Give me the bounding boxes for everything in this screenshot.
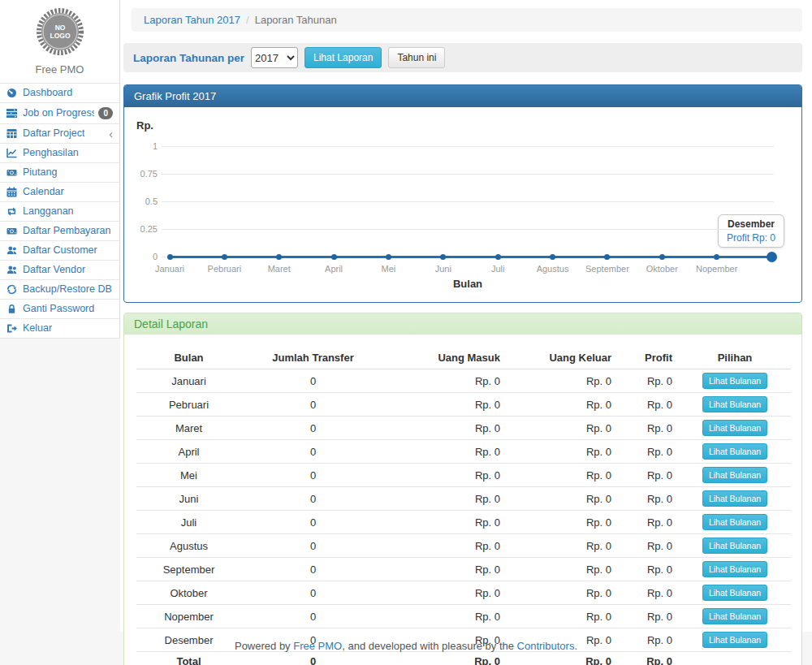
lihat-bulanan-button[interactable]: Lihat Bulanan [702,514,767,530]
year-select[interactable]: 2017 [251,47,298,68]
sidebar-item-label: Daftar Pembayaran [23,226,110,236]
lihat-bulanan-button[interactable]: Lihat Bulanan [702,490,767,507]
footer: Powered by Free PMO, and developed with … [0,640,812,652]
cell-jumlah-transfer: 0 [241,534,385,558]
gridline [162,229,774,230]
cell-uang-masuk: Rp. 0 [385,581,507,605]
cell-bulan: Maret [136,417,241,440]
lihat-bulanan-button[interactable]: Lihat Bulanan [702,538,767,554]
x-tick-label: Juni [412,264,474,274]
cell-bulan: Nopember [136,605,241,628]
data-point-mei[interactable] [386,254,391,260]
breadcrumb-current: Laporan Tahunan [255,14,337,26]
sidebar-item-label: Dashboard [23,88,72,98]
cell-bulan: Juni [136,487,241,511]
cell-uang-keluar: Rp. 0 [507,393,618,417]
refresh-icon [6,284,19,295]
sidebar-item-label: Backup/Restore DB [23,284,112,295]
total-row: Total0Rp. 0Rp. 0Rp. 0 [136,652,791,665]
data-point-januari[interactable] [167,254,173,260]
cell-jumlah-transfer: 0 [241,581,385,605]
contributors-link[interactable]: Contributors [517,640,575,652]
tahun-ini-button[interactable]: Tahun ini [388,47,445,68]
sidebar-item-daftar-vendor[interactable]: Daftar Vendor [0,261,119,280]
lihat-bulanan-button[interactable]: Lihat Bulanan [702,396,767,412]
column-header-uang-keluar: Uang Keluar [507,347,618,369]
sidebar-item-keluar[interactable]: Keluar [0,319,119,339]
sidebar-item-dashboard[interactable]: Dashboard [0,84,119,103]
sidebar-item-ganti-password[interactable]: Ganti Password [0,300,119,319]
cell-uang-masuk: Rp. 0 [385,369,507,393]
data-point-agustus[interactable] [550,254,555,260]
cell-uang-keluar: Rp. 0 [507,511,618,534]
sidebar: NO LOGO Free PMO DashboardJob on Progres… [0,0,120,339]
table-row: Oktober0Rp. 0Rp. 0Rp. 0Lihat Bulanan [136,581,791,605]
cell-pilihan: Lihat Bulanan [679,369,791,393]
sidebar-item-label: Daftar Customer [23,245,97,256]
cell-profit: Rp. 0 [618,393,679,417]
cell-pilihan: Lihat Bulanan [679,511,791,534]
cell-uang-masuk: Rp. 0 [385,417,507,440]
table-row: April0Rp. 0Rp. 0Rp. 0Lihat Bulanan [136,440,791,464]
sidebar-item-piutang[interactable]: Piutang [0,163,119,183]
lihat-laporan-button[interactable]: Lihat Laporan [304,47,382,68]
cell-uang-masuk: Rp. 0 [385,605,507,628]
sidebar-item-job-on-progress[interactable]: Job on Progress0 [0,103,119,124]
lihat-bulanan-button[interactable]: Lihat Bulanan [702,443,767,460]
breadcrumb-link[interactable]: Laporan Tahun 2017 [144,14,240,26]
data-point-pebruari[interactable] [222,254,227,260]
sidebar-item-backup-restore-db[interactable]: Backup/Restore DB [0,280,119,300]
data-point-april[interactable] [331,254,337,260]
data-point-nopember[interactable] [714,254,719,260]
report-filter-bar: Laporan Tahunan per 2017 Lihat Laporan T… [123,43,802,72]
cell-profit: Rp. 0 [618,581,679,605]
lock-icon [6,304,19,314]
lihat-bulanan-button[interactable]: Lihat Bulanan [702,561,767,577]
table-row: Mei0Rp. 0Rp. 0Rp. 0Lihat Bulanan [136,464,791,487]
cell-jumlah-transfer: 0 [241,511,385,534]
lihat-bulanan-button[interactable]: Lihat Bulanan [702,608,767,624]
lihat-bulanan-button[interactable]: Lihat Bulanan [702,467,767,483]
cell-profit: Rp. 0 [618,605,679,628]
y-tick-label: 0 [136,252,158,261]
y-axis-unit: Rp. [136,119,153,132]
free-pmo-link[interactable]: Free PMO [293,640,342,652]
cell-pilihan: Lihat Bulanan [679,417,791,440]
lihat-bulanan-button[interactable]: Lihat Bulanan [702,585,767,601]
sidebar-item-label: Piutang [23,167,57,178]
sidebar-item-langganan[interactable]: Langganan [0,202,119,222]
report-table: BulanJumlah TransferUang MasukUang Kelua… [136,347,791,665]
cell-bulan: Mei [136,464,241,487]
y-tick-label: 0.25 [136,224,158,234]
data-point-september[interactable] [604,254,610,260]
data-point-juli[interactable] [495,254,501,260]
sidebar-item-daftar-project[interactable]: Daftar Project‹ [0,124,119,144]
table-row: September0Rp. 0Rp. 0Rp. 0Lihat Bulanan [136,558,791,581]
sidebar-item-penghasilan[interactable]: Penghasilan [0,144,119,163]
sidebar-item-label: Calendar [23,187,64,197]
x-tick-label: September [577,264,638,274]
lihat-bulanan-button[interactable]: Lihat Bulanan [702,373,767,389]
sidebar-item-daftar-customer[interactable]: Daftar Customer [0,241,119,261]
cell-uang-keluar: Rp. 0 [507,417,618,440]
profit-chart: Rp. Desember Profit Rp: 0 Bulan 00.250.5… [136,119,789,290]
money-icon [6,226,19,236]
cell-pilihan: Lihat Bulanan [679,440,791,464]
sidebar-item-daftar-pembayaran[interactable]: Daftar Pembayaran [0,222,119,241]
lihat-bulanan-button[interactable]: Lihat Bulanan [702,420,767,436]
column-header-jumlah-transfer: Jumlah Transfer [241,347,385,369]
data-point-maret[interactable] [276,254,282,260]
data-point-oktober[interactable] [659,254,665,260]
count-badge: 0 [98,107,113,119]
cell-bulan: Total [136,652,241,665]
cell-pilihan: Lihat Bulanan [679,393,791,417]
y-tick-label: 0.5 [136,196,158,206]
cell-pilihan: Lihat Bulanan [679,581,791,605]
footer-text: . [574,640,577,652]
data-point-juni[interactable] [440,254,446,260]
cell-uang-masuk: Rp. 0 [385,534,507,558]
cell-profit: Rp. 0 [618,464,679,487]
cell-pilihan: Lihat Bulanan [679,605,791,628]
sidebar-item-calendar[interactable]: Calendar [0,183,119,202]
data-point-desember[interactable] [767,252,777,262]
